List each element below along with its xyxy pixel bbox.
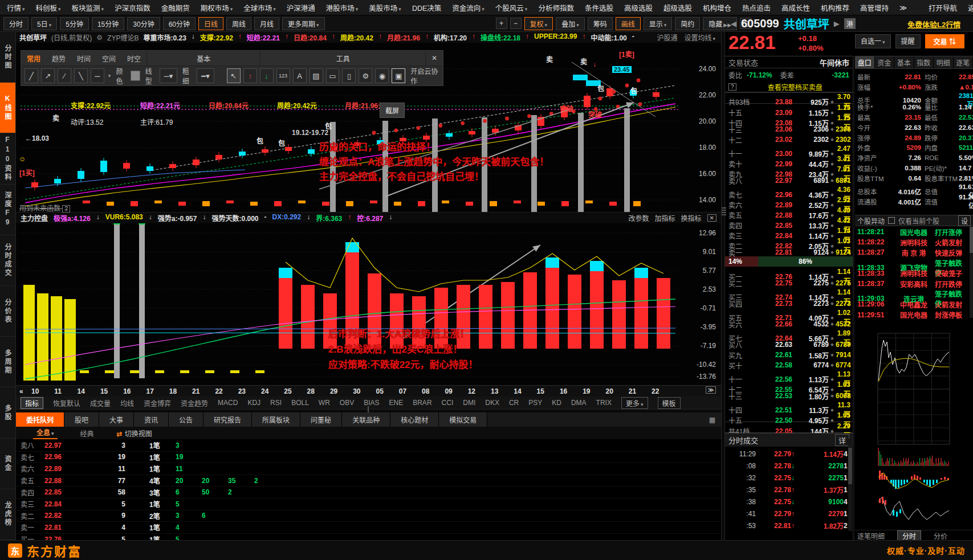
menu-item-分析师指数[interactable]: 分析师指数: [538, 2, 574, 13]
indicator-tab-DKX[interactable]: DKX: [485, 399, 499, 407]
menu-item-期权市场[interactable]: 期权市场▾: [201, 2, 233, 13]
queue-row[interactable]: 卖八22.9731笔3: [16, 440, 721, 452]
tool-筹码[interactable]: 筹码: [588, 17, 613, 30]
book-row[interactable]: 买九22.611.58万◆7914: [725, 350, 853, 360]
indicator-tab-DMA[interactable]: DMA: [571, 399, 587, 407]
menu-item-沪深港通[interactable]: 沪深港通: [287, 2, 315, 13]
alert-row[interactable]: 11:28:22洲明科技火箭发射: [855, 237, 970, 247]
sidebar-item-K线图[interactable]: K线图: [0, 83, 15, 133]
period-tab-月线[interactable]: 月线: [254, 17, 279, 30]
view-classic-tab[interactable]: 经典: [66, 428, 109, 438]
queue-row[interactable]: 卖三22.8451笔5: [16, 498, 721, 510]
indicator-tab-CR[interactable]: CR: [509, 399, 519, 407]
sidebar-item-分时成交[interactable]: 分时成交: [0, 235, 15, 286]
indicator-tab-DMI[interactable]: DMI: [463, 399, 475, 407]
mini-tab-分价[interactable]: 分价: [934, 531, 947, 541]
arrow-up-icon[interactable]: ↑: [243, 68, 257, 83]
weight-select[interactable]: ━▾: [197, 68, 214, 83]
arrow-down-icon[interactable]: ↓: [260, 68, 274, 83]
sidebar-item-分时图[interactable]: 分时图: [0, 32, 15, 83]
menu-item-科创板[interactable]: 科创板▾: [36, 2, 61, 13]
indicator-tab-均线[interactable]: 均线: [120, 398, 134, 408]
detail-tab-盘口[interactable]: 盘口: [855, 56, 875, 68]
indicator-tab-资金趋势[interactable]: 资金趋势: [181, 398, 208, 408]
settings-button[interactable]: 设: [958, 215, 971, 226]
tool-叠加[interactable]: 叠加▾: [556, 17, 585, 30]
alert-row[interactable]: 11:29:06中电鑫龙火箭发射: [855, 299, 970, 309]
sidebar-item-F10资料[interactable]: F10资料: [0, 133, 15, 184]
screenshot-icon[interactable]: ▣: [392, 68, 405, 83]
close-icon[interactable]: ✕: [425, 51, 443, 66]
indicator-tab-恢复默认[interactable]: 恢复默认: [53, 398, 80, 408]
indicator-tab-KDJ[interactable]: KDJ: [247, 399, 260, 407]
indicator-tab-more[interactable]: 更多▾: [621, 397, 648, 409]
cursor-icon[interactable]: ↖: [227, 68, 241, 83]
bottom-tab-委托队列[interactable]: 委托队列: [16, 412, 64, 427]
indicator-tab-template[interactable]: 模板: [658, 397, 681, 409]
menu-item-高级选股[interactable]: 高级选股: [624, 2, 653, 13]
book-row[interactable]: 十四22.5111.3万◆11.3万: [725, 401, 853, 411]
indicator-tab-WR[interactable]: WR: [319, 399, 330, 407]
sidebar-item-资金[interactable]: 资金: [0, 439, 15, 489]
indicator-tab-PSY[interactable]: PSY: [528, 399, 542, 407]
bottom-tab-关联品种[interactable]: 关联品种: [342, 412, 390, 427]
trade-row[interactable]: 11:2922.79↑1.14万4: [725, 448, 847, 460]
sidebar-item-龙虎榜[interactable]: 龙虎榜: [0, 489, 15, 540]
tool-复权[interactable]: 复权▾: [524, 17, 553, 30]
numbers-icon[interactable]: 123: [276, 68, 290, 83]
indicator-tab-资金博弈[interactable]: 资金博弈: [144, 398, 171, 408]
period-tab-5分钟[interactable]: 5分钟: [60, 17, 89, 30]
help-icon[interactable]: ?: [728, 83, 736, 91]
text-icon[interactable]: A: [293, 68, 307, 83]
trade-row[interactable]: :3822.75↓91004: [725, 496, 847, 508]
menu-item-超级选股[interactable]: 超级选股: [663, 2, 692, 13]
draw-tab-时空[interactable]: 时空: [121, 51, 146, 66]
book-row[interactable]: 买五22.714.09万◆1.02万: [725, 309, 853, 319]
bottom-tab-大事[interactable]: 大事: [99, 412, 134, 427]
x-axis-scroll-left[interactable]: «: [19, 387, 23, 395]
trade-row[interactable]: :3522.78↑1.37万1: [725, 484, 847, 496]
queue-row[interactable]: 卖四22.85583笔6502: [16, 487, 721, 498]
menu-item-港股市场[interactable]: 港股市场▾: [326, 2, 359, 13]
only-current-checkbox[interactable]: [888, 217, 895, 224]
bottom-tab-问董秘[interactable]: 问董秘: [300, 412, 342, 427]
bottom-tab-所属板块[interactable]: 所属板块: [252, 412, 300, 427]
menu-item-个股风云[interactable]: 个股风云▾: [495, 2, 528, 13]
queue-row[interactable]: 买一22.7651笔5: [16, 534, 721, 540]
menu-item-行情[interactable]: 行情▾: [7, 2, 25, 13]
sub-link-改参数[interactable]: 改参数: [629, 213, 649, 223]
ray-line-icon[interactable]: ∕: [58, 68, 71, 83]
draw-tab-时间[interactable]: 时间: [71, 51, 96, 66]
indicator-tab-MACD[interactable]: MACD: [218, 399, 238, 407]
queue-row[interactable]: 卖七22.96191笔19: [16, 452, 721, 464]
queue-row[interactable]: 卖六22.89111笔11: [16, 463, 721, 475]
indicator-tab-指标[interactable]: 指标: [21, 397, 43, 409]
sub-link-换指标[interactable]: 换指标: [681, 213, 702, 223]
period-tab-60分钟[interactable]: 60分钟: [163, 17, 196, 30]
indicator-tab-KD[interactable]: KD: [552, 399, 561, 407]
watchlist-button[interactable]: 自选一▾: [855, 34, 891, 48]
chart-header-link-沪股通[interactable]: 沪股通: [657, 32, 677, 42]
sidebar-item-分价表[interactable]: 分价表: [0, 286, 15, 337]
gear-icon[interactable]: ⚙: [359, 68, 372, 83]
menu-item-DDE决策[interactable]: DDE决策: [412, 2, 441, 13]
vertical-splitter-left[interactable]: [721, 32, 725, 540]
bottom-tab-模拟交易[interactable]: 模拟交易: [439, 412, 487, 427]
book-row[interactable]: 共93档23.88925万◆3.70万: [725, 92, 853, 104]
book-row[interactable]: 十三22.531.80万◆6008: [725, 391, 853, 401]
book-row[interactable]: 买二22.752275◆2275: [725, 278, 853, 288]
alert-row[interactable]: 11:28:27南 京 港快速反弹: [855, 247, 970, 257]
sub-link-加指标[interactable]: 加指标: [655, 213, 675, 223]
book-row[interactable]: 十一22.561.13万◆1.13万: [725, 370, 853, 381]
mini-tab-逐笔明细[interactable]: 逐笔明细: [857, 531, 885, 541]
period-tab-周线[interactable]: 周线: [226, 17, 251, 30]
indicator-tab-BRAR[interactable]: BRAR: [413, 399, 431, 407]
view-full-book-link[interactable]: 查看完整档买卖盘: [741, 82, 849, 92]
book-row[interactable]: 买三22.741.14万◆1.14万: [725, 288, 853, 299]
alert-row[interactable]: 11:29:03连云港笼子触跌停: [855, 289, 970, 299]
tool-显示[interactable]: 显示▾: [644, 17, 673, 30]
down-line-icon[interactable]: ╲: [74, 68, 88, 83]
alert-row[interactable]: 11:28:33源飞宠物笼子触跌停: [855, 258, 970, 268]
x-axis-scroll-right[interactable]: ≫: [706, 386, 716, 394]
detail-tab-基本[interactable]: 基本: [894, 56, 914, 68]
